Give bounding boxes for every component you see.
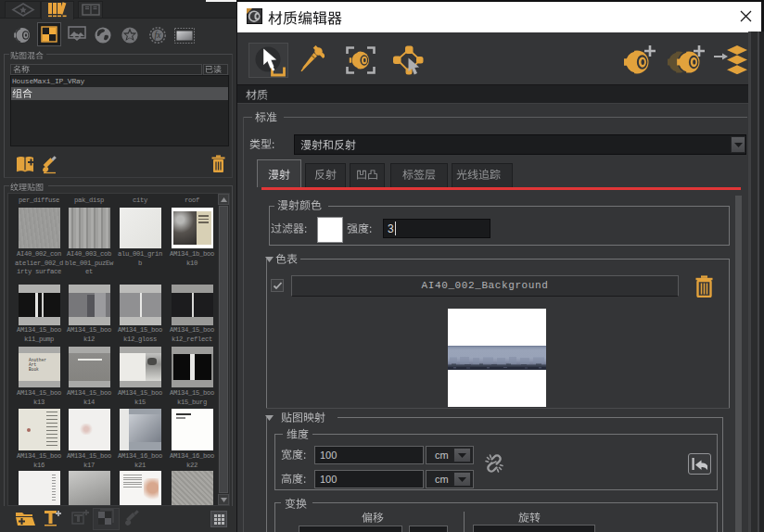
svg-text:fx: fx (155, 31, 162, 40)
